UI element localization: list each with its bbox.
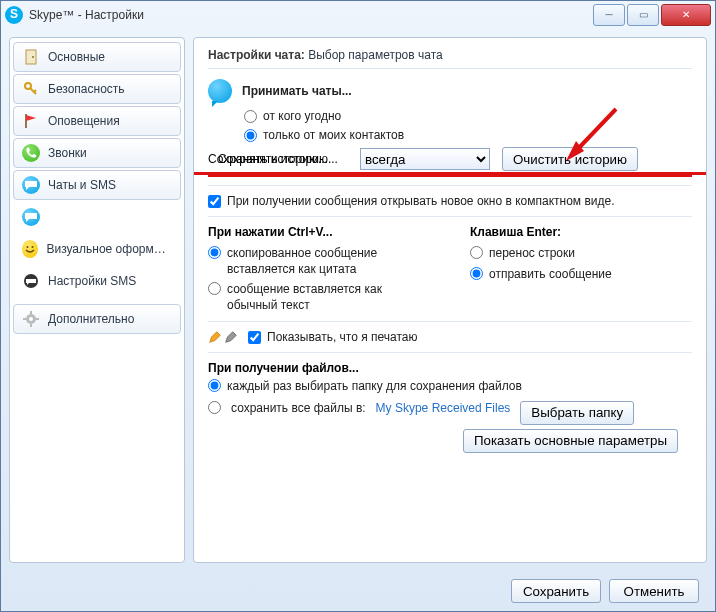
accept-anyone-option[interactable]: от кого угодно	[244, 109, 692, 123]
svg-point-7	[32, 246, 34, 248]
files-save-option[interactable]: сохранить все файлы в: My Skype Received…	[208, 401, 692, 425]
option-label: Показывать, что я печатаю	[267, 330, 417, 344]
key-icon	[22, 80, 40, 98]
ctrlv-heading: При нажатии Ctrl+V...	[208, 225, 430, 239]
sidebar-item-chat-settings[interactable]: Настройки чата	[13, 202, 181, 232]
ctrlv-column: При нажатии Ctrl+V... скопированное сооб…	[208, 225, 430, 313]
option-label: При получении сообщения открывать новое …	[227, 194, 614, 208]
sidebar-item-sms-settings[interactable]: Настройки SMS	[13, 266, 181, 296]
enter-newline-radio[interactable]	[470, 246, 483, 259]
svg-rect-12	[30, 324, 32, 327]
svg-point-6	[27, 246, 29, 248]
main-panel: Настройки чата: Выбор параметров чата Пр…	[193, 37, 707, 563]
gear-icon	[22, 310, 40, 328]
accept-chats-options: от кого угодно только от моих контактов	[208, 109, 692, 142]
sidebar-item-appearance[interactable]: Визуальное оформлен...	[13, 234, 181, 264]
skype-logo-icon	[5, 6, 23, 24]
show-typing-checkbox[interactable]	[248, 331, 261, 344]
phone-icon	[22, 144, 40, 162]
minimize-button[interactable]: ─	[593, 4, 625, 26]
chat-icon	[22, 208, 40, 226]
red-underline-annotation	[208, 174, 692, 177]
sidebar-item-label: Дополнительно	[48, 312, 134, 326]
enter-send-option[interactable]: отправить сообщение	[470, 267, 692, 283]
accept-contacts-radio[interactable]	[244, 129, 257, 142]
sidebar-item-label: Настройки чата	[48, 210, 135, 224]
choose-folder-button[interactable]: Выбрать папку	[520, 401, 634, 425]
ctrlv-quote-radio[interactable]	[208, 246, 221, 259]
accept-contacts-option[interactable]: только от моих контактов	[244, 128, 692, 142]
svg-point-1	[32, 56, 34, 58]
option-label: сохранить все файлы в:	[231, 401, 366, 417]
sidebar-item-advanced[interactable]: Дополнительно	[13, 304, 181, 334]
sidebar-item-chat-sms[interactable]: Чаты и SMS	[13, 170, 181, 200]
sidebar-item-security[interactable]: Безопасность	[13, 74, 181, 104]
option-label: только от моих контактов	[263, 128, 404, 142]
files-ask-radio[interactable]	[208, 379, 221, 392]
svg-line-4	[34, 90, 36, 92]
option-label: от кого угодно	[263, 109, 341, 123]
compact-window-option[interactable]: При получении сообщения открывать новое …	[208, 194, 692, 208]
flag-icon	[22, 112, 40, 130]
option-label: каждый раз выбирать папку для сохранения…	[227, 379, 522, 395]
sidebar-item-notifications[interactable]: Оповещения	[13, 106, 181, 136]
svg-point-10	[29, 317, 33, 321]
compact-window-checkbox[interactable]	[208, 195, 221, 208]
sidebar-item-label: Настройки SMS	[48, 274, 136, 288]
window-buttons: ─ ▭ ✕	[591, 4, 711, 26]
close-button[interactable]: ✕	[661, 4, 711, 26]
files-ask-option[interactable]: каждый раз выбирать папку для сохранения…	[208, 379, 692, 395]
accept-chats-heading: Принимать чаты...	[208, 79, 692, 103]
history-label-real: Сохранять историю...	[208, 152, 348, 166]
svg-rect-11	[30, 311, 32, 314]
svg-rect-0	[26, 50, 36, 64]
sidebar-item-label: Основные	[48, 50, 105, 64]
files-heading: При получении файлов...	[208, 361, 692, 375]
window-title: Skype™ - Настройки	[29, 8, 591, 22]
dialog-buttons: Сохранить Отменить	[511, 579, 699, 603]
titlebar: Skype™ - Настройки ─ ▭ ✕	[1, 1, 715, 29]
enter-send-radio[interactable]	[470, 267, 483, 280]
cancel-button[interactable]: Отменить	[609, 579, 699, 603]
accept-chats-title: Принимать чаты...	[242, 84, 352, 98]
option-label: отправить сообщение	[489, 267, 612, 283]
sms-icon	[22, 272, 40, 290]
chat-icon	[22, 176, 40, 194]
main-header: Настройки чата: Выбор параметров чата	[208, 48, 692, 69]
sidebar-item-label: Чаты и SMS	[48, 178, 116, 192]
app-window: Skype™ - Настройки ─ ▭ ✕ Основные Безопа…	[0, 0, 716, 612]
smiley-icon	[22, 240, 38, 258]
body: Основные Безопасность Оповещения Звонки …	[1, 29, 715, 571]
clear-history-button[interactable]: Очистить историю	[502, 147, 638, 171]
show-typing-option[interactable]: Показывать, что я печатаю	[208, 330, 692, 344]
accept-anyone-radio[interactable]	[244, 110, 257, 123]
sidebar-item-calls[interactable]: Звонки	[13, 138, 181, 168]
option-label: скопированное сообщение вставляется как …	[227, 246, 430, 277]
ctrlv-quote-option[interactable]: скопированное сообщение вставляется как …	[208, 246, 430, 277]
save-button[interactable]: Сохранить	[511, 579, 601, 603]
enter-column: Клавиша Enter: перенос строки отправить …	[470, 225, 692, 313]
door-icon	[22, 48, 40, 66]
sidebar-item-label: Безопасность	[48, 82, 125, 96]
show-basic-params-button[interactable]: Показать основные параметры	[463, 429, 678, 453]
history-select[interactable]: всегда	[360, 148, 490, 170]
header-rest: Выбор параметров чата	[308, 48, 442, 62]
svg-rect-14	[36, 318, 39, 320]
received-files-link[interactable]: My Skype Received Files	[376, 401, 511, 415]
header-bold: Настройки чата:	[208, 48, 305, 62]
sidebar-item-label: Звонки	[48, 146, 87, 160]
sidebar-item-label: Визуальное оформлен...	[46, 242, 172, 256]
chat-bubble-icon	[208, 79, 232, 103]
ctrlv-plain-option[interactable]: сообщение вставляется как обычный текст	[208, 282, 430, 313]
sidebar-item-label: Оповещения	[48, 114, 120, 128]
sidebar-item-general[interactable]: Основные	[13, 42, 181, 72]
ctrlv-plain-radio[interactable]	[208, 282, 221, 295]
maximize-button[interactable]: ▭	[627, 4, 659, 26]
enter-newline-option[interactable]: перенос строки	[470, 246, 692, 262]
pencil-icon	[208, 330, 238, 344]
files-save-radio[interactable]	[208, 401, 221, 414]
svg-rect-13	[23, 318, 26, 320]
enter-heading: Клавиша Enter:	[470, 225, 692, 239]
option-label: сообщение вставляется как обычный текст	[227, 282, 430, 313]
option-label: перенос строки	[489, 246, 575, 262]
